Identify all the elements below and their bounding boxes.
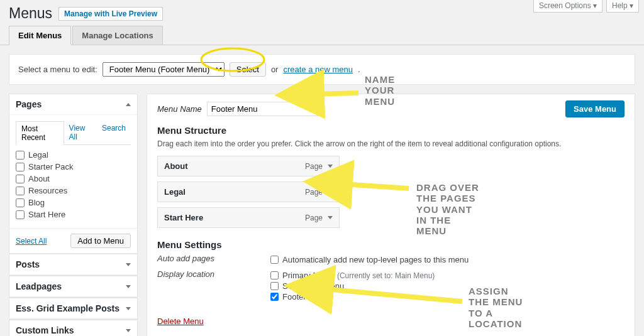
or-text: or (271, 65, 279, 74)
save-menu-button-top[interactable]: Save Menu (565, 100, 625, 117)
tab-edit-menus[interactable]: Edit Menus (9, 26, 71, 45)
location-option: Footer Menu (270, 292, 435, 301)
location-option: Secondary Menu (270, 281, 435, 291)
select-all-link[interactable]: Select All (16, 237, 47, 246)
page-item: Starter Pack (16, 162, 131, 171)
inner-tab-search[interactable]: Search (97, 121, 131, 144)
menu-item[interactable]: Start HerePage (157, 207, 340, 228)
page-item: Blog (16, 198, 131, 207)
menu-name-input[interactable] (207, 102, 320, 116)
create-new-menu-link[interactable]: create a new menu (283, 65, 353, 74)
menu-item-title: Start Here (164, 213, 203, 222)
select-button[interactable]: Select (230, 62, 266, 77)
menu-item-type: Page (305, 188, 323, 197)
accordion-title: Ess. Grid Example Posts (16, 303, 119, 313)
menu-item[interactable]: AboutPage (157, 156, 340, 176)
menu-item-type: Page (305, 162, 323, 171)
accordion-title: Custom Links (16, 325, 74, 335)
manage-live-preview-button[interactable]: Manage with Live Preview (58, 7, 163, 21)
accordion-header[interactable]: Posts (9, 254, 137, 275)
inner-tab-viewall[interactable]: View All (64, 121, 97, 144)
select-menu-label: Select a menu to edit: (18, 65, 97, 74)
pages-checklist: Legal Starter Pack About Resources Blog … (16, 150, 131, 219)
page-checkbox[interactable] (16, 210, 25, 219)
page-title: Menus (9, 5, 52, 22)
menu-item-title: Legal (164, 187, 186, 197)
accordion-header[interactable]: Ess. Grid Example Posts (9, 298, 137, 319)
caret-down-icon[interactable] (328, 190, 333, 193)
settings-title: Menu Settings (157, 239, 625, 250)
structure-hint: Drag each item into the order you prefer… (157, 139, 625, 148)
page-checkbox[interactable] (16, 163, 25, 171)
location-checkbox[interactable] (270, 282, 279, 290)
location-checkbox[interactable] (270, 293, 279, 301)
menu-name-label: Menu Name (157, 104, 202, 114)
page-checkbox[interactable] (16, 198, 25, 207)
caret-down-icon (126, 263, 131, 266)
accordion-header[interactable]: Custom Links (9, 320, 137, 336)
accordion-header[interactable]: Leadpages (9, 276, 137, 297)
menu-select[interactable]: Footer Menu (Footer Menu) (103, 62, 225, 77)
auto-add-checkbox[interactable] (270, 256, 279, 264)
pages-accordion-header[interactable]: Pages (9, 94, 137, 115)
page-item: Legal (16, 150, 131, 160)
page-checkbox[interactable] (16, 187, 25, 195)
caret-down-icon (126, 285, 131, 288)
menu-item-title: About (164, 161, 188, 171)
accordion-title: Posts (16, 259, 40, 269)
period: . (358, 65, 360, 74)
pages-title: Pages (16, 99, 42, 109)
inner-tab-recent[interactable]: Most Recent (16, 121, 64, 145)
page-checkbox[interactable] (16, 151, 25, 160)
menu-item-type: Page (305, 214, 323, 222)
page-item: Resources (16, 186, 131, 195)
accordion-title: Leadpages (16, 281, 62, 291)
tab-manage-locations[interactable]: Manage Locations (72, 26, 162, 45)
menu-item[interactable]: LegalPage (157, 182, 340, 202)
page-item: Start Here (16, 210, 131, 219)
auto-add-option: Automatically add new top-level pages to… (270, 255, 469, 264)
caret-down-icon (126, 307, 131, 310)
location-option: Primary Menu (Currently set to: Main Men… (270, 271, 435, 280)
auto-add-label: Auto add pages (157, 254, 270, 263)
caret-down-icon[interactable] (328, 165, 333, 168)
location-checkbox[interactable] (270, 271, 279, 279)
add-to-menu-button[interactable]: Add to Menu (70, 234, 131, 248)
page-item: About (16, 174, 131, 183)
caret-down-icon[interactable] (328, 216, 333, 219)
screen-options-button[interactable]: Screen Options ▾ (533, 0, 602, 13)
display-location-label: Display location (157, 269, 270, 279)
help-button[interactable]: Help ▾ (606, 0, 639, 13)
structure-title: Menu Structure (157, 125, 625, 136)
caret-down-icon (126, 329, 131, 332)
delete-menu-link[interactable]: Delete Menu (157, 317, 204, 326)
page-checkbox[interactable] (16, 175, 25, 183)
caret-up-icon (126, 103, 131, 106)
